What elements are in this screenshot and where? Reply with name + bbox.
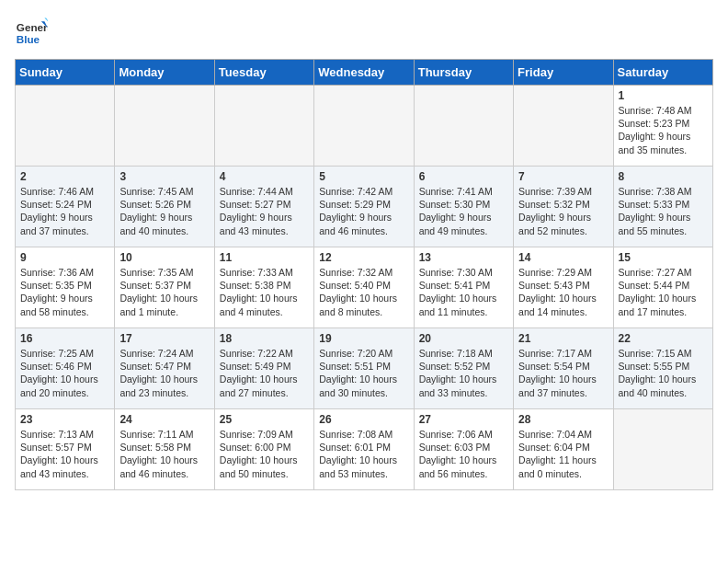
calendar-cell: 13Sunrise: 7:30 AM Sunset: 5:41 PM Dayli… <box>414 247 513 328</box>
day-number: 4 <box>220 170 309 183</box>
calendar-cell: 4Sunrise: 7:44 AM Sunset: 5:27 PM Daylig… <box>214 167 313 247</box>
calendar-cell <box>115 86 214 167</box>
calendar-cell: 1Sunrise: 7:48 AM Sunset: 5:23 PM Daylig… <box>613 86 712 167</box>
week-row-3: 9Sunrise: 7:36 AM Sunset: 5:35 PM Daylig… <box>16 247 713 328</box>
day-number: 11 <box>220 251 309 264</box>
calendar-cell <box>613 409 712 490</box>
week-row-1: 1Sunrise: 7:48 AM Sunset: 5:23 PM Daylig… <box>16 86 713 167</box>
weekday-header-friday: Friday <box>514 60 613 86</box>
weekday-header-monday: Monday <box>115 60 214 86</box>
calendar-cell: 9Sunrise: 7:36 AM Sunset: 5:35 PM Daylig… <box>16 247 115 328</box>
logo: General Blue <box>15 15 51 48</box>
week-row-2: 2Sunrise: 7:46 AM Sunset: 5:24 PM Daylig… <box>16 167 713 247</box>
day-info: Sunrise: 7:36 AM Sunset: 5:35 PM Dayligh… <box>20 266 109 318</box>
day-number: 13 <box>419 251 508 264</box>
day-info: Sunrise: 7:17 AM Sunset: 5:54 PM Dayligh… <box>518 347 608 399</box>
calendar-cell: 11Sunrise: 7:33 AM Sunset: 5:38 PM Dayli… <box>214 247 313 328</box>
day-number: 10 <box>119 251 209 264</box>
calendar-cell: 8Sunrise: 7:38 AM Sunset: 5:33 PM Daylig… <box>613 167 712 247</box>
day-number: 2 <box>20 170 109 183</box>
weekday-header-wednesday: Wednesday <box>314 60 414 86</box>
day-info: Sunrise: 7:46 AM Sunset: 5:24 PM Dayligh… <box>20 185 109 237</box>
calendar-cell: 7Sunrise: 7:39 AM Sunset: 5:32 PM Daylig… <box>514 167 613 247</box>
day-info: Sunrise: 7:13 AM Sunset: 5:57 PM Dayligh… <box>20 428 109 480</box>
day-info: Sunrise: 7:38 AM Sunset: 5:33 PM Dayligh… <box>619 185 708 237</box>
calendar-cell: 24Sunrise: 7:11 AM Sunset: 5:58 PM Dayli… <box>115 409 214 490</box>
calendar-cell: 5Sunrise: 7:42 AM Sunset: 5:29 PM Daylig… <box>314 167 414 247</box>
day-info: Sunrise: 7:42 AM Sunset: 5:29 PM Dayligh… <box>319 185 408 237</box>
day-info: Sunrise: 7:32 AM Sunset: 5:40 PM Dayligh… <box>319 266 408 318</box>
day-info: Sunrise: 7:48 AM Sunset: 5:23 PM Dayligh… <box>619 104 708 156</box>
calendar-table: SundayMondayTuesdayWednesdayThursdayFrid… <box>15 59 713 490</box>
calendar-cell: 19Sunrise: 7:20 AM Sunset: 5:51 PM Dayli… <box>314 328 414 409</box>
day-number: 9 <box>20 251 109 264</box>
day-number: 25 <box>220 413 309 426</box>
weekday-header-saturday: Saturday <box>613 60 712 86</box>
day-number: 14 <box>518 251 608 264</box>
day-number: 17 <box>119 332 209 345</box>
calendar-cell: 21Sunrise: 7:17 AM Sunset: 5:54 PM Dayli… <box>514 328 613 409</box>
day-number: 20 <box>419 332 508 345</box>
day-number: 12 <box>319 251 408 264</box>
day-info: Sunrise: 7:30 AM Sunset: 5:41 PM Dayligh… <box>419 266 508 318</box>
day-number: 15 <box>619 251 708 264</box>
weekday-header-row: SundayMondayTuesdayWednesdayThursdayFrid… <box>16 60 713 86</box>
day-number: 16 <box>20 332 109 345</box>
day-info: Sunrise: 7:11 AM Sunset: 5:58 PM Dayligh… <box>119 428 209 480</box>
day-info: Sunrise: 7:18 AM Sunset: 5:52 PM Dayligh… <box>419 347 508 399</box>
day-info: Sunrise: 7:04 AM Sunset: 6:04 PM Dayligh… <box>518 428 608 480</box>
calendar-cell <box>314 86 414 167</box>
day-info: Sunrise: 7:09 AM Sunset: 6:00 PM Dayligh… <box>220 428 309 480</box>
day-number: 26 <box>319 413 408 426</box>
day-number: 18 <box>220 332 309 345</box>
calendar-cell: 6Sunrise: 7:41 AM Sunset: 5:30 PM Daylig… <box>414 167 513 247</box>
day-info: Sunrise: 7:06 AM Sunset: 6:03 PM Dayligh… <box>419 428 508 480</box>
day-info: Sunrise: 7:44 AM Sunset: 5:27 PM Dayligh… <box>220 185 309 237</box>
day-number: 21 <box>518 332 608 345</box>
week-row-5: 23Sunrise: 7:13 AM Sunset: 5:57 PM Dayli… <box>16 409 713 490</box>
day-number: 19 <box>319 332 408 345</box>
day-info: Sunrise: 7:45 AM Sunset: 5:26 PM Dayligh… <box>119 185 209 237</box>
day-info: Sunrise: 7:29 AM Sunset: 5:43 PM Dayligh… <box>518 266 608 318</box>
day-number: 8 <box>619 170 708 183</box>
day-number: 28 <box>518 413 608 426</box>
calendar-cell: 17Sunrise: 7:24 AM Sunset: 5:47 PM Dayli… <box>115 328 214 409</box>
day-info: Sunrise: 7:33 AM Sunset: 5:38 PM Dayligh… <box>220 266 309 318</box>
calendar-cell <box>514 86 613 167</box>
weekday-header-thursday: Thursday <box>414 60 513 86</box>
calendar-cell: 2Sunrise: 7:46 AM Sunset: 5:24 PM Daylig… <box>16 167 115 247</box>
day-number: 27 <box>419 413 508 426</box>
calendar-cell: 22Sunrise: 7:15 AM Sunset: 5:55 PM Dayli… <box>613 328 712 409</box>
calendar-cell: 3Sunrise: 7:45 AM Sunset: 5:26 PM Daylig… <box>115 167 214 247</box>
day-info: Sunrise: 7:24 AM Sunset: 5:47 PM Dayligh… <box>119 347 209 399</box>
calendar-cell: 10Sunrise: 7:35 AM Sunset: 5:37 PM Dayli… <box>115 247 214 328</box>
day-info: Sunrise: 7:41 AM Sunset: 5:30 PM Dayligh… <box>419 185 508 237</box>
calendar-cell: 27Sunrise: 7:06 AM Sunset: 6:03 PM Dayli… <box>414 409 513 490</box>
calendar-cell: 25Sunrise: 7:09 AM Sunset: 6:00 PM Dayli… <box>214 409 313 490</box>
calendar-cell: 23Sunrise: 7:13 AM Sunset: 5:57 PM Dayli… <box>16 409 115 490</box>
weekday-header-sunday: Sunday <box>16 60 115 86</box>
day-number: 3 <box>119 170 209 183</box>
calendar-cell: 14Sunrise: 7:29 AM Sunset: 5:43 PM Dayli… <box>514 247 613 328</box>
day-info: Sunrise: 7:25 AM Sunset: 5:46 PM Dayligh… <box>20 347 109 399</box>
day-number: 5 <box>319 170 408 183</box>
logo-icon: General Blue <box>15 15 48 48</box>
day-number: 22 <box>619 332 708 345</box>
day-info: Sunrise: 7:35 AM Sunset: 5:37 PM Dayligh… <box>119 266 209 318</box>
day-info: Sunrise: 7:08 AM Sunset: 6:01 PM Dayligh… <box>319 428 408 480</box>
weekday-header-tuesday: Tuesday <box>214 60 313 86</box>
day-number: 23 <box>20 413 109 426</box>
calendar-cell: 12Sunrise: 7:32 AM Sunset: 5:40 PM Dayli… <box>314 247 414 328</box>
day-number: 24 <box>119 413 209 426</box>
day-number: 1 <box>619 89 708 102</box>
calendar-cell: 20Sunrise: 7:18 AM Sunset: 5:52 PM Dayli… <box>414 328 513 409</box>
day-info: Sunrise: 7:15 AM Sunset: 5:55 PM Dayligh… <box>619 347 708 399</box>
calendar-cell: 16Sunrise: 7:25 AM Sunset: 5:46 PM Dayli… <box>16 328 115 409</box>
calendar-cell <box>16 86 115 167</box>
calendar-cell <box>214 86 313 167</box>
week-row-4: 16Sunrise: 7:25 AM Sunset: 5:46 PM Dayli… <box>16 328 713 409</box>
calendar-cell: 18Sunrise: 7:22 AM Sunset: 5:49 PM Dayli… <box>214 328 313 409</box>
day-number: 6 <box>419 170 508 183</box>
svg-text:Blue: Blue <box>17 33 40 45</box>
calendar-cell: 28Sunrise: 7:04 AM Sunset: 6:04 PM Dayli… <box>514 409 613 490</box>
